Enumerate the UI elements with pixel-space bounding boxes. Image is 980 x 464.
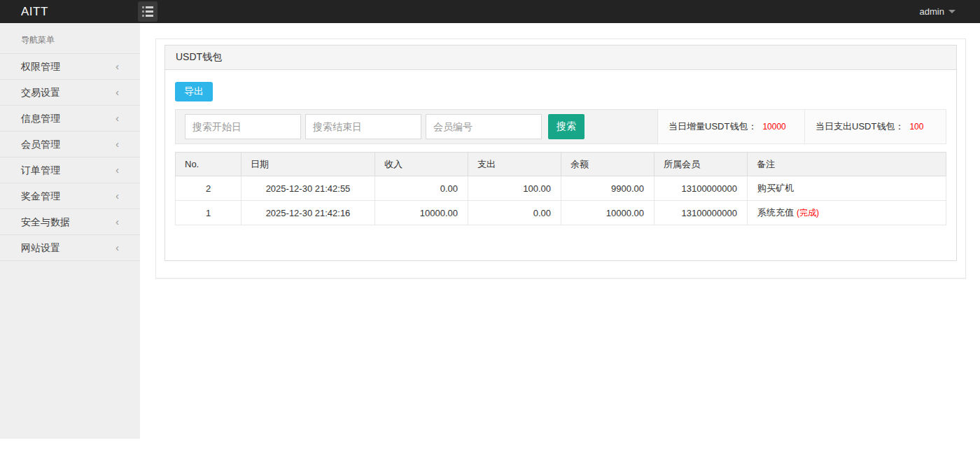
sidebar-item-label: 信息管理 [21, 106, 60, 131]
end-date-input[interactable] [305, 114, 421, 139]
sidebar-section-title: 导航菜单 [0, 23, 140, 53]
cell-date: 2025-12-30 21:42:16 [241, 201, 375, 225]
cell-expense: 100.00 [468, 176, 561, 201]
cell-no: 1 [176, 201, 241, 225]
table-row: 1 2025-12-30 21:42:16 10000.00 0.00 1000… [176, 201, 946, 225]
cell-balance: 10000.00 [561, 201, 654, 225]
sidebar-item-label: 奖金管理 [21, 183, 60, 209]
user-menu[interactable]: admin [920, 0, 955, 23]
main-content: USDT钱包 导出 搜索 当日增量USDT钱包： 10000 当 [140, 23, 980, 279]
chevron-left-icon: ‹ [115, 132, 119, 157]
caret-down-icon [948, 10, 955, 13]
chevron-left-icon: ‹ [115, 235, 119, 260]
panel-title: USDT钱包 [165, 45, 956, 70]
start-date-input[interactable] [185, 114, 301, 139]
cell-expense: 0.00 [468, 201, 561, 225]
sidebar-item-site-settings[interactable]: 网站设置 ‹ [0, 234, 140, 260]
sidebar-item-label: 交易设置 [21, 80, 60, 105]
sidebar-item-label: 订单管理 [21, 157, 60, 183]
cell-remark: 购买矿机 [748, 176, 946, 201]
sidebar-item-label: 权限管理 [21, 54, 60, 79]
sidebar-item-label: 安全与数据 [21, 209, 70, 234]
sidebar-item-member-management[interactable]: 会员管理 ‹ [0, 131, 140, 157]
sidebar-toggle-button[interactable] [138, 1, 158, 22]
col-header-no: No. [176, 153, 241, 176]
chevron-left-icon: ‹ [115, 106, 119, 131]
remark-status: (完成) [797, 208, 819, 218]
cell-date: 2025-12-30 21:42:55 [241, 176, 375, 201]
cell-remark: 系统充值(完成) [748, 201, 946, 225]
content-wrapper: USDT钱包 导出 搜索 当日增量USDT钱包： 10000 当 [155, 38, 966, 279]
table-row: 2 2025-12-30 21:42:55 0.00 100.00 9900.0… [176, 176, 946, 201]
sidebar-item-label: 网站设置 [21, 235, 60, 260]
app-logo: AITT [21, 0, 48, 23]
col-header-remark: 备注 [748, 153, 946, 176]
cell-no: 2 [176, 176, 241, 201]
table-header-row: No. 日期 收入 支出 余额 所属会员 备注 [176, 153, 946, 176]
stat-label: 当日支出USDT钱包： [816, 120, 904, 133]
cell-income: 10000.00 [375, 201, 468, 225]
stat-value: 100 [909, 122, 923, 132]
sidebar-item-bonus-management[interactable]: 奖金管理 ‹ [0, 183, 140, 209]
menu-icon [142, 6, 153, 17]
sidebar-item-label: 会员管理 [21, 132, 60, 157]
filter-strip: 搜索 当日增量USDT钱包： 10000 当日支出USDT钱包： 100 [175, 109, 946, 144]
search-box: 搜索 [175, 109, 658, 144]
sidebar-item-permissions[interactable]: 权限管理 ‹ [0, 53, 140, 79]
panel-body: 导出 搜索 当日增量USDT钱包： 10000 当日支出USDT钱包： [165, 70, 956, 260]
sidebar-item-order-management[interactable]: 订单管理 ‹ [0, 157, 140, 183]
cell-member: 13100000000 [654, 176, 748, 201]
sidebar-item-security-data[interactable]: 安全与数据 ‹ [0, 209, 140, 234]
col-header-member: 所属会员 [654, 153, 748, 176]
stat-value: 10000 [762, 122, 785, 132]
cell-member: 13100000000 [654, 201, 748, 225]
sidebar-nav: 权限管理 ‹ 交易设置 ‹ 信息管理 ‹ 会员管理 ‹ 订单管理 ‹ 奖金管理 … [0, 53, 140, 261]
col-header-date: 日期 [241, 153, 375, 176]
chevron-left-icon: ‹ [115, 54, 119, 79]
chevron-left-icon: ‹ [115, 157, 119, 183]
cell-income: 0.00 [375, 176, 468, 201]
sidebar-item-info-management[interactable]: 信息管理 ‹ [0, 105, 140, 131]
wallet-table: No. 日期 收入 支出 余额 所属会员 备注 2 2025-12-30 21: [175, 152, 946, 225]
member-id-input[interactable] [426, 114, 542, 139]
topbar: AITT admin [0, 0, 980, 23]
sidebar-item-trade-settings[interactable]: 交易设置 ‹ [0, 79, 140, 105]
cell-balance: 9900.00 [561, 176, 654, 201]
usdt-wallet-panel: USDT钱包 导出 搜索 当日增量USDT钱包： 10000 当 [164, 45, 957, 261]
chevron-left-icon: ‹ [115, 183, 119, 209]
col-header-balance: 余额 [561, 153, 654, 176]
col-header-income: 收入 [375, 153, 468, 176]
stat-label: 当日增量USDT钱包： [668, 120, 757, 133]
user-name: admin [920, 6, 944, 17]
search-button[interactable]: 搜索 [548, 114, 584, 139]
chevron-left-icon: ‹ [115, 209, 119, 234]
chevron-left-icon: ‹ [115, 80, 119, 105]
stat-daily-expense: 当日支出USDT钱包： 100 [805, 109, 946, 144]
col-header-expense: 支出 [468, 153, 561, 176]
export-button[interactable]: 导出 [175, 82, 213, 101]
sidebar: 导航菜单 权限管理 ‹ 交易设置 ‹ 信息管理 ‹ 会员管理 ‹ 订单管理 ‹ … [0, 23, 140, 439]
stat-daily-increase: 当日增量USDT钱包： 10000 [658, 109, 805, 144]
